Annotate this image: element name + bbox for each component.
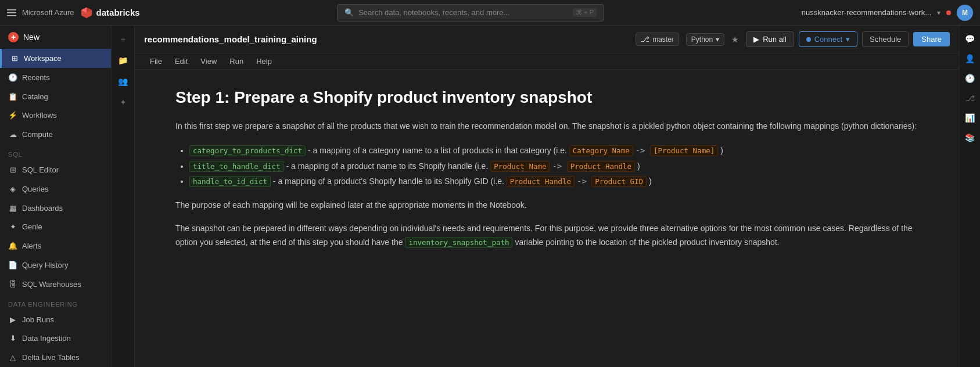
recents-label: Recents xyxy=(22,73,50,82)
sql-editor-label: SQL Editor xyxy=(22,165,59,174)
menu-edit[interactable]: Edit xyxy=(169,56,193,67)
bullet2-post: ) xyxy=(637,161,640,171)
bullet3-mid-text: - a mapping of a product's Shopify handl… xyxy=(273,177,507,186)
job-runs-icon: ▶ xyxy=(8,315,17,324)
branch-label: master xyxy=(652,35,674,44)
sidebar-item-data-ingestion[interactable]: ⬇ Data Ingestion xyxy=(0,329,111,348)
workspace-icon: ⊞ xyxy=(10,54,19,63)
menu-view[interactable]: View xyxy=(195,56,222,67)
notification-dot xyxy=(946,10,951,15)
right-panel-lib-icon[interactable]: 📚 xyxy=(961,129,979,146)
workflows-label: Workflows xyxy=(22,111,57,120)
right-panel-chart-icon[interactable]: 📊 xyxy=(961,109,979,127)
catalog-label: Catalog xyxy=(22,92,48,101)
sql-section-header: SQL xyxy=(0,146,111,160)
avatar[interactable]: M xyxy=(957,5,973,21)
strip-people-icon[interactable]: 👥 xyxy=(114,72,132,91)
sidebar-item-query-history[interactable]: 📄 Query History xyxy=(0,256,111,275)
icon-strip: ≡ 📁 👥 ✦ xyxy=(112,26,135,367)
sidebar-item-genie[interactable]: ✦ Genie xyxy=(0,218,111,237)
dashboards-icon: ▦ xyxy=(8,203,17,213)
sidebar-item-delta-live[interactable]: △ Delta Live Tables xyxy=(0,348,111,367)
workspace-dropdown-icon[interactable]: ▾ xyxy=(937,9,940,17)
code-title-to-handle: title_to_handle_dict xyxy=(189,161,284,172)
new-button[interactable]: + New xyxy=(0,26,111,49)
sidebar-item-workflows[interactable]: ⚡ Workflows xyxy=(0,106,111,125)
recents-icon: 🕐 xyxy=(8,73,17,82)
right-panel-user-icon[interactable]: 👤 xyxy=(961,50,979,67)
code-handle-to-id: handle_to_id_dict xyxy=(189,176,271,187)
genie-label: Genie xyxy=(22,222,42,231)
sidebar-item-recents[interactable]: 🕐 Recents xyxy=(0,68,111,87)
schedule-button[interactable]: Schedule xyxy=(862,31,909,47)
menu-help[interactable]: Help xyxy=(250,56,278,67)
notebook-title: recommendations_model_training_aining xyxy=(144,34,629,44)
alerts-label: Alerts xyxy=(22,242,41,250)
sidebar-item-catalog[interactable]: 📋 Catalog xyxy=(0,87,111,106)
code-product-handle-2: Product Handle xyxy=(507,176,575,187)
connect-button[interactable]: Connect ▾ xyxy=(799,31,857,47)
queries-icon: ◈ xyxy=(8,184,17,193)
sidebar-item-workspace[interactable]: ⊞ Workspace xyxy=(0,49,111,68)
notebook-branch[interactable]: ⎇ master xyxy=(636,33,679,46)
notebook-heading: Step 1: Prepare a Shopify product invent… xyxy=(175,87,930,108)
menu-run[interactable]: Run xyxy=(224,56,249,67)
databricks-logo: databricks xyxy=(80,6,140,19)
code-product-name-bracket: [Product Name] xyxy=(650,145,718,156)
genie-icon: ✦ xyxy=(8,222,17,232)
sql-editor-icon: ⊞ xyxy=(8,165,17,175)
notebook-language[interactable]: Python ▾ xyxy=(686,33,724,46)
run-all-label: Run all xyxy=(763,35,786,44)
queries-label: Queries xyxy=(22,185,49,193)
sidebar-item-job-runs[interactable]: ▶ Job Runs xyxy=(0,310,111,329)
sidebar-item-sql-editor[interactable]: ⊞ SQL Editor xyxy=(0,160,111,179)
connect-label: Connect xyxy=(814,35,842,44)
right-panel-comment-icon[interactable]: 💬 xyxy=(961,30,979,48)
run-all-button[interactable]: ▶ Run all xyxy=(746,31,794,47)
workspace-name-label[interactable]: nussknacker-recommendations-work... xyxy=(802,8,931,17)
delta-live-label: Delta Live Tables xyxy=(22,353,80,362)
hamburger-icon[interactable] xyxy=(7,9,16,16)
databricks-text: databricks xyxy=(96,8,140,17)
para3-post-text: variable pointing to the location of the… xyxy=(515,238,779,247)
query-history-label: Query History xyxy=(22,261,68,269)
strip-table-icon[interactable]: ≡ xyxy=(114,30,132,49)
share-button[interactable]: Share xyxy=(913,32,950,46)
query-history-icon: 📄 xyxy=(8,261,17,270)
favorite-star-icon[interactable]: ★ xyxy=(731,35,739,44)
notebook-content: Step 1: Prepare a Shopify product invent… xyxy=(135,70,959,367)
search-box[interactable]: 🔍 Search data, notebooks, recents, and m… xyxy=(337,4,604,21)
code-category-to-products: category_to_products_dict xyxy=(189,145,306,156)
language-label: Python xyxy=(691,35,713,44)
alerts-icon: 🔔 xyxy=(8,242,17,251)
right-panel-history-icon[interactable]: 🕐 xyxy=(961,70,979,87)
search-area: 🔍 Search data, notebooks, recents, and m… xyxy=(149,4,792,21)
code-inventory-snapshot-path: inventory_snapshot_path xyxy=(405,237,512,248)
share-label: Share xyxy=(921,35,942,44)
list-item-2: title_to_handle_dict - a mapping of a pr… xyxy=(189,159,930,174)
topbar-left: Microsoft Azure databricks xyxy=(7,6,140,19)
menu-file[interactable]: File xyxy=(144,56,168,67)
strip-folder-icon[interactable]: 📁 xyxy=(114,51,132,70)
sidebar-item-compute[interactable]: ☁ Compute xyxy=(0,125,111,144)
code-category-name: Category Name xyxy=(569,145,633,156)
arrow1: -> xyxy=(636,146,650,155)
sidebar-item-dashboards[interactable]: ▦ Dashboards xyxy=(0,199,111,218)
strip-star-icon[interactable]: ✦ xyxy=(114,93,132,111)
sidebar-item-sql-warehouses[interactable]: 🗄 SQL Warehouses xyxy=(0,275,111,294)
notebook-area: recommendations_model_training_aining ⎇ … xyxy=(135,26,959,367)
code-product-name: Product Name xyxy=(490,161,550,172)
search-placeholder-text: Search data, notebooks, recents, and mor… xyxy=(358,8,568,17)
main-layout: + New ⊞ Workspace 🕐 Recents 📋 Catalog ⚡ … xyxy=(0,26,980,367)
bullet1-post: ) xyxy=(720,146,723,155)
language-chevron-icon: ▾ xyxy=(716,35,719,44)
sidebar-item-alerts[interactable]: 🔔 Alerts xyxy=(0,236,111,256)
sidebar-item-queries[interactable]: ◈ Queries xyxy=(0,179,111,199)
right-panel: 💬 👤 🕐 ⎇ 📊 📚 xyxy=(959,26,980,367)
arrow3: -> xyxy=(577,177,591,186)
right-panel-branch-icon[interactable]: ⎇ xyxy=(961,89,979,107)
new-label: New xyxy=(23,33,40,42)
code-product-gid: Product GID xyxy=(591,176,647,187)
notebook-header: recommendations_model_training_aining ⎇ … xyxy=(135,26,959,53)
delta-live-icon: △ xyxy=(8,353,17,362)
